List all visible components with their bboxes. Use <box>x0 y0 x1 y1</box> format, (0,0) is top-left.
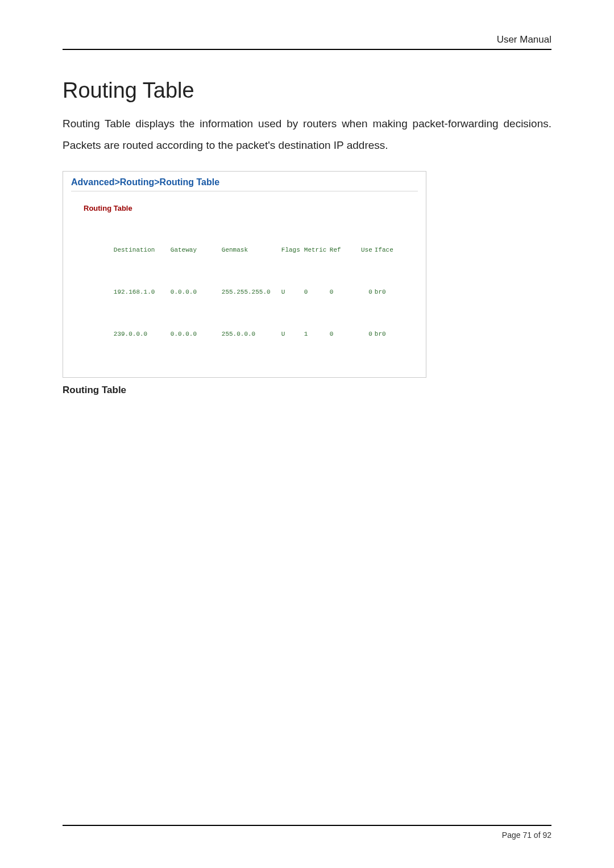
col-destination: Destination <box>114 246 171 254</box>
figure-caption: Routing Table <box>63 385 551 396</box>
panel-subtitle: Routing Table <box>84 204 418 212</box>
cell-ref: 0 <box>330 288 355 297</box>
routing-panel: Advanced>Routing>Routing Table Routing T… <box>63 171 426 378</box>
page-footer: Page 71 of 92 <box>63 825 551 840</box>
cell-flags: U <box>281 330 304 339</box>
col-flags: Flags <box>281 246 304 254</box>
col-metric: Metric <box>304 246 330 254</box>
cell-ref: 0 <box>330 330 355 339</box>
col-gateway: Gateway <box>171 246 222 254</box>
cell-use: 0 <box>355 330 372 339</box>
cell-iface: br0 <box>372 288 397 297</box>
page-number: Page 71 of 92 <box>502 831 551 840</box>
cell-genmask: 255.255.255.0 <box>222 288 281 297</box>
table-row: 192.168.1.00.0.0.0255.255.255.0U000br0 <box>84 279 418 305</box>
cell-use: 0 <box>355 288 372 297</box>
cell-gateway: 0.0.0.0 <box>171 330 222 339</box>
table-header-row: DestinationGatewayGenmaskFlagsMetricRefU… <box>84 237 418 263</box>
description-text: Routing Table displays the information u… <box>63 113 551 156</box>
col-use: Use <box>355 246 372 254</box>
header-label: User Manual <box>497 34 551 45</box>
cell-metric: 0 <box>304 288 330 297</box>
cell-genmask: 255.0.0.0 <box>222 330 281 339</box>
cell-iface: br0 <box>372 330 397 339</box>
col-genmask: Genmask <box>222 246 281 254</box>
page: User Manual Routing Table Routing Table … <box>0 0 614 868</box>
breadcrumb: Advanced>Routing>Routing Table <box>71 177 418 191</box>
col-ref: Ref <box>330 246 355 254</box>
routing-table: DestinationGatewayGenmaskFlagsMetricRefU… <box>84 220 418 364</box>
cell-destination: 239.0.0.0 <box>114 330 171 339</box>
cell-destination: 192.168.1.0 <box>114 288 171 297</box>
page-title: Routing Table <box>63 78 551 103</box>
cell-metric: 1 <box>304 330 330 339</box>
page-header: User Manual <box>63 34 551 50</box>
cell-gateway: 0.0.0.0 <box>171 288 222 297</box>
cell-flags: U <box>281 288 304 297</box>
col-iface: Iface <box>372 246 397 254</box>
table-row: 239.0.0.00.0.0.0255.0.0.0U100br0 <box>84 322 418 347</box>
